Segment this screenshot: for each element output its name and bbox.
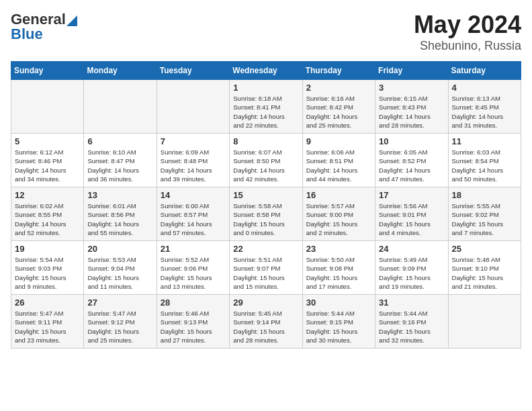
day-number: 24 [379,244,444,254]
day-number: 6 [87,136,152,146]
cell-content: Sunset: 8:58 PM [233,210,298,219]
cell-content: Daylight: 15 hours [452,220,517,228]
cell-content: Sunset: 9:02 PM [452,210,517,219]
day-number: 20 [87,244,152,254]
cell-content: and 34 minutes. [15,175,80,183]
cell-content: Sunset: 9:16 PM [379,318,444,326]
cell-content: Sunrise: 6:09 AM [161,148,226,156]
cell-content: Daylight: 15 hours [87,327,152,336]
cell-content: and 25 minutes. [87,336,152,345]
calendar-cell [157,80,229,134]
calendar-cell: 27Sunrise: 5:47 AMSunset: 9:12 PMDayligh… [84,295,157,349]
calendar-cell: 30Sunrise: 5:44 AMSunset: 9:15 PMDayligh… [302,295,375,349]
calendar-cell: 10Sunrise: 6:05 AMSunset: 8:52 PMDayligh… [375,134,448,187]
header-day-monday: Monday [84,62,157,80]
cell-content: Sunrise: 5:57 AM [306,201,371,210]
cell-content: and 28 minutes. [379,121,444,130]
cell-content: Sunrise: 6:15 AM [379,94,444,103]
day-number: 31 [379,298,444,308]
calendar-body: 1Sunrise: 6:18 AMSunset: 8:41 PMDaylight… [11,80,521,349]
cell-content: Daylight: 14 hours [87,220,152,228]
cell-content: Sunrise: 6:07 AM [233,148,298,156]
header-day-saturday: Saturday [448,62,521,80]
cell-content: Sunrise: 5:51 AM [233,255,298,264]
calendar-cell: 17Sunrise: 5:56 AMSunset: 9:01 PMDayligh… [375,187,448,241]
cell-content: Daylight: 15 hours [452,273,517,282]
day-number: 4 [452,83,517,93]
cell-content: Sunset: 9:03 PM [15,264,80,273]
calendar-cell: 9Sunrise: 6:06 AMSunset: 8:51 PMDaylight… [302,134,375,187]
day-number: 28 [161,298,226,308]
cell-content: Sunset: 8:43 PM [379,103,444,111]
cell-content: Sunset: 9:10 PM [452,264,517,273]
calendar-cell: 2Sunrise: 6:16 AMSunset: 8:42 PMDaylight… [302,80,375,134]
cell-content: Sunrise: 6:00 AM [161,201,226,210]
cell-content: Sunrise: 5:47 AM [87,309,152,318]
week-row-3: 12Sunrise: 6:02 AMSunset: 8:55 PMDayligh… [11,187,521,241]
header-day-friday: Friday [375,62,448,80]
cell-content: Sunset: 9:09 PM [379,264,444,273]
day-number: 10 [379,136,444,146]
calendar-cell: 25Sunrise: 5:48 AMSunset: 9:10 PMDayligh… [448,241,521,295]
header-day-tuesday: Tuesday [157,62,229,80]
cell-content: Daylight: 14 hours [161,220,226,228]
cell-content: and 28 minutes. [233,336,298,345]
cell-content: and 11 minutes. [87,282,152,291]
day-number: 26 [15,298,80,308]
svg-marker-0 [66,15,77,26]
day-number: 22 [233,244,298,254]
cell-content: Sunrise: 5:58 AM [233,201,298,210]
cell-content: Sunrise: 5:44 AM [379,309,444,318]
cell-content: Sunrise: 6:03 AM [452,148,517,156]
cell-content: Sunset: 8:54 PM [452,156,517,165]
cell-content: Sunset: 9:15 PM [306,318,371,326]
cell-content: Sunset: 8:48 PM [161,156,226,165]
cell-content: Sunrise: 5:49 AM [379,255,444,264]
header-day-wednesday: Wednesday [230,62,302,80]
cell-content: and 36 minutes. [87,175,152,183]
week-row-1: 1Sunrise: 6:18 AMSunset: 8:41 PMDaylight… [11,80,521,134]
cell-content: Daylight: 15 hours [379,220,444,228]
cell-content: Sunset: 8:41 PM [233,103,298,111]
cell-content: and 44 minutes. [306,175,371,183]
day-number: 13 [87,190,152,200]
cell-content: Daylight: 15 hours [87,273,152,282]
cell-content: Sunrise: 6:12 AM [15,148,80,156]
cell-content: Sunrise: 5:55 AM [452,201,517,210]
calendar-cell: 12Sunrise: 6:02 AMSunset: 8:55 PMDayligh… [11,187,84,241]
day-number: 29 [233,298,298,308]
cell-content: and 31 minutes. [452,121,517,130]
cell-content: and 22 minutes. [233,121,298,130]
cell-content: Sunrise: 6:10 AM [87,148,152,156]
cell-content: and 47 minutes. [379,175,444,183]
cell-content: Sunset: 8:47 PM [87,156,152,165]
title-section: May 2024 Shebunino, Russia [414,11,521,53]
day-number: 17 [379,190,444,200]
cell-content: and 17 minutes. [306,282,371,291]
cell-content: Daylight: 14 hours [306,112,371,121]
cell-content: and 9 minutes. [15,282,80,291]
cell-content: Daylight: 14 hours [15,166,80,175]
calendar-cell: 22Sunrise: 5:51 AMSunset: 9:07 PMDayligh… [230,241,302,295]
calendar-cell: 18Sunrise: 5:55 AMSunset: 9:02 PMDayligh… [448,187,521,241]
cell-content: Sunset: 9:12 PM [87,318,152,326]
calendar-cell: 13Sunrise: 6:01 AMSunset: 8:56 PMDayligh… [84,187,157,241]
day-number: 5 [15,136,80,146]
week-row-2: 5Sunrise: 6:12 AMSunset: 8:46 PMDaylight… [11,134,521,187]
cell-content: Sunrise: 6:16 AM [306,94,371,103]
cell-content: Daylight: 14 hours [306,166,371,175]
calendar-cell [448,295,521,349]
cell-content: Sunrise: 5:50 AM [306,255,371,264]
cell-content: Sunset: 8:50 PM [233,156,298,165]
cell-content: Daylight: 15 hours [161,273,226,282]
calendar-cell: 3Sunrise: 6:15 AMSunset: 8:43 PMDaylight… [375,80,448,134]
day-number: 27 [87,298,152,308]
cell-content: Sunrise: 5:53 AM [87,255,152,264]
cell-content: and 4 minutes. [379,228,444,237]
calendar-cell: 26Sunrise: 5:47 AMSunset: 9:11 PMDayligh… [11,295,84,349]
day-number: 15 [233,190,298,200]
cell-content: Sunset: 8:56 PM [87,210,152,219]
cell-content: Sunset: 8:57 PM [161,210,226,219]
cell-content: Daylight: 14 hours [15,220,80,228]
cell-content: and 25 minutes. [306,121,371,130]
